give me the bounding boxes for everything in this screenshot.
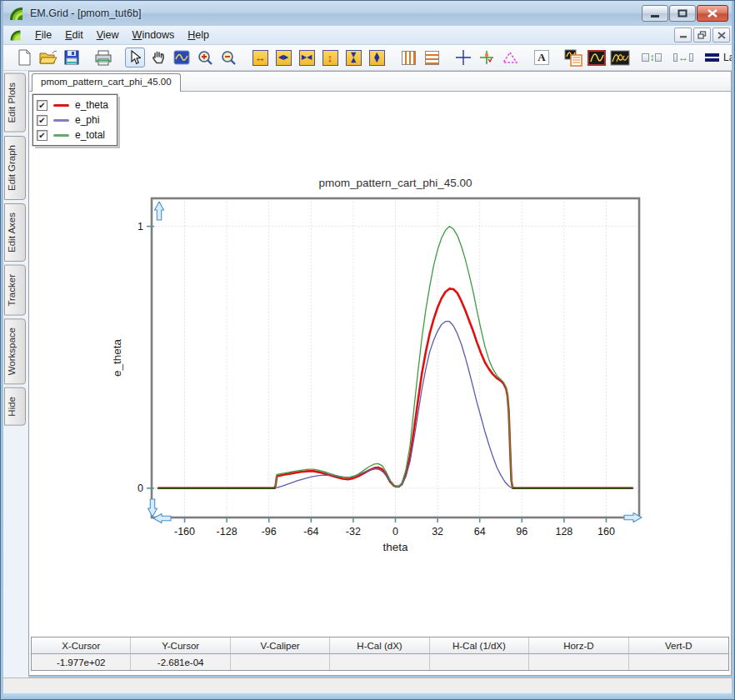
legend-checkbox[interactable]: ✔: [37, 100, 48, 111]
mdi-close-button[interactable]: [712, 28, 730, 42]
mdi-close-icon: [718, 32, 726, 39]
close-button[interactable]: [697, 5, 728, 22]
toolbar-separator: [117, 48, 125, 68]
sidebar-tab-edit-axes[interactable]: Edit Axes: [4, 203, 26, 262]
y-tick-label: 1: [138, 221, 143, 232]
toolbar-separator: [697, 48, 705, 68]
status-header-cell: H-Cal (dX): [330, 638, 429, 653]
v-fit-icon[interactable]: ▶◀: [343, 48, 363, 68]
lock-vertical-icon[interactable]: ↕: [642, 48, 662, 68]
chart-title: pmom_pattern_cart_phi_45.00: [319, 177, 472, 189]
window-title: EM.Grid - [pmom_tut6b]: [30, 8, 141, 19]
y-axis-up-arrow: [155, 202, 164, 220]
sidebar-tab-edit-graph[interactable]: Edit Graph: [4, 136, 26, 200]
x-tick-label: 96: [516, 526, 528, 538]
status-value-cell: -1.977e+02: [32, 654, 131, 670]
print-icon[interactable]: [93, 48, 113, 68]
pointer-tool-icon[interactable]: [125, 48, 145, 68]
sidebar-tab-edit-plots[interactable]: Edit Plots: [4, 73, 26, 132]
h-expand-icon[interactable]: ↔: [250, 48, 270, 68]
zoom-in-icon[interactable]: [195, 48, 215, 68]
x-axis-label: theta: [382, 541, 408, 553]
sidebar-tab-workspace[interactable]: Workspace: [4, 318, 26, 384]
maximize-button[interactable]: [669, 5, 696, 22]
menu-view[interactable]: View: [90, 27, 126, 43]
pan-hand-icon[interactable]: [148, 48, 168, 68]
zoom-out-icon[interactable]: [218, 48, 238, 68]
status-value-cell: [529, 654, 628, 670]
text-annotation-icon[interactable]: A: [532, 48, 552, 68]
v-expand-icon[interactable]: ↕: [320, 48, 340, 68]
layout-icon: [705, 52, 719, 63]
legend-checkbox[interactable]: ✔: [37, 115, 48, 126]
status-header-cell: V-Caliper: [231, 638, 330, 653]
plot-legend: ✔e_theta✔e_phi✔e_total: [32, 94, 118, 146]
app-logo-icon: [8, 6, 24, 22]
legend-line-swatch: [53, 104, 69, 107]
caliper-icon[interactable]: [500, 48, 520, 68]
minimize-button[interactable]: [642, 5, 668, 22]
status-header-cell: H-Cal (1/dX): [430, 638, 529, 653]
legend-checkbox[interactable]: ✔: [37, 130, 48, 141]
toolbar-separator: [242, 48, 250, 68]
x-tick-label: -64: [303, 526, 318, 538]
toolbar: ↔◀▶▶◀↕▶◀◀▶A↕↔Layout: [3, 45, 732, 71]
save-file-icon[interactable]: [62, 48, 82, 68]
zoom-window-icon[interactable]: [172, 48, 192, 68]
toolbar-separator: [523, 48, 532, 68]
x-tick-label: 32: [432, 526, 443, 538]
menu-file[interactable]: File: [28, 27, 58, 43]
vertical-markers-icon[interactable]: [398, 48, 418, 68]
tracker-icon[interactable]: [477, 48, 497, 68]
legend-label: e_total: [75, 129, 105, 141]
status-header-cell: Horz-D: [529, 638, 628, 653]
cross-cursor-icon[interactable]: [453, 48, 473, 68]
open-file-icon[interactable]: [38, 48, 58, 68]
legend-row: ✔e_phi: [37, 112, 108, 128]
menu-windows[interactable]: Windows: [126, 27, 182, 43]
mdi-restore-button[interactable]: [693, 28, 711, 42]
close-icon: [708, 9, 718, 18]
h-fit-icon[interactable]: ◀▶: [273, 48, 293, 68]
legend-row: ✔e_theta: [37, 98, 108, 112]
legend-line-swatch: [53, 119, 69, 122]
toolbar-separator: [633, 48, 642, 68]
toolbar-separator: [555, 48, 563, 68]
x-tick-label: -128: [217, 526, 238, 538]
lock-horizontal-icon[interactable]: ↔: [673, 48, 693, 68]
plot-multi-icon[interactable]: [610, 48, 630, 68]
status-value-cell: [629, 654, 728, 670]
toolbar-separator: [445, 48, 453, 68]
plot-properties-icon[interactable]: [563, 48, 583, 68]
layout-button[interactable]: Layout: [705, 52, 732, 63]
new-file-icon[interactable]: [15, 48, 35, 68]
x-tick-label: -32: [346, 526, 361, 538]
horizontal-markers-icon[interactable]: [422, 48, 442, 68]
sidebar-tab-strip: Edit PlotsEdit GraphEdit AxesTrackerWork…: [3, 71, 28, 678]
x-tick-label: 64: [474, 526, 486, 538]
mdi-minimize-button[interactable]: [674, 28, 692, 42]
menu-bar: FileEditViewWindowsHelp: [3, 26, 732, 45]
plot-single-icon[interactable]: [587, 48, 607, 68]
title-bar[interactable]: EM.Grid - [pmom_tut6b]: [3, 1, 732, 26]
menu-help[interactable]: Help: [181, 27, 216, 43]
h-compress-icon[interactable]: ▶◀: [297, 48, 317, 68]
x-tick-label: -96: [262, 526, 277, 538]
chart-area[interactable]: -160-128-96-64-32032649612816001pmom_pat…: [104, 168, 712, 559]
mdi-restore-icon: [698, 31, 707, 39]
v-compress-icon[interactable]: ◀▶: [367, 48, 387, 68]
sidebar-tab-hide[interactable]: Hide: [4, 388, 26, 426]
toolbar-separator: [85, 48, 93, 68]
status-header-cell: X-Cursor: [32, 638, 131, 653]
sidebar-tab-tracker[interactable]: Tracker: [4, 265, 26, 316]
status-bar: [3, 678, 732, 692]
toolbar-separator: [390, 48, 398, 68]
document-tab[interactable]: pmom_pattern_cart_phi_45.00: [32, 73, 181, 92]
x-tick-label: 128: [555, 526, 572, 538]
chart-svg: -160-128-96-64-32032649612816001pmom_pat…: [104, 168, 712, 559]
legend-label: e_phi: [75, 114, 99, 126]
menu-edit[interactable]: Edit: [58, 27, 90, 43]
status-table-values: -1.977e+02-2.681e-04: [32, 654, 728, 670]
minimize-icon: [650, 10, 660, 18]
legend-row: ✔e_total: [37, 128, 108, 142]
